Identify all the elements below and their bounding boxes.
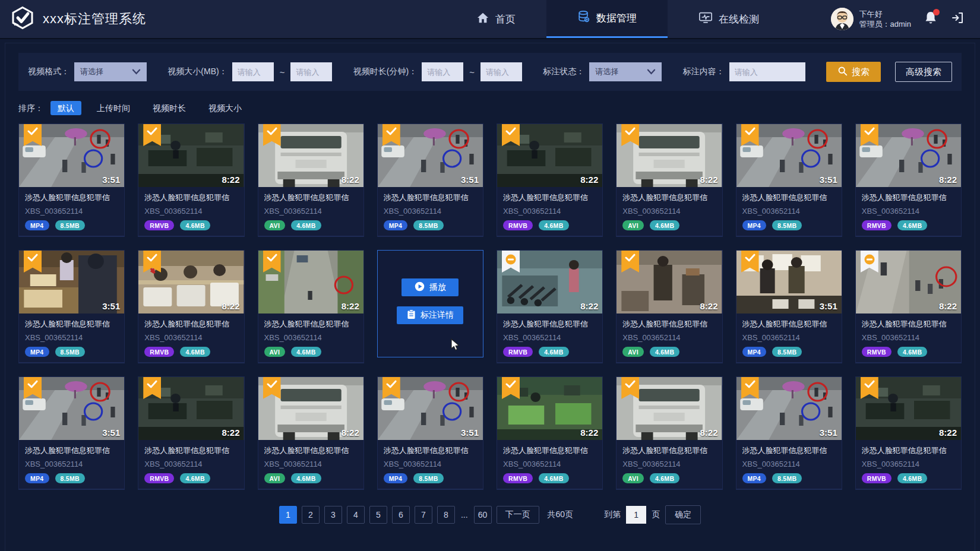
video-thumbnail[interactable]: 8:22 xyxy=(258,124,363,187)
size-badge: 4.6MB xyxy=(897,220,927,230)
video-card[interactable]: 3:51 涉恐人脸犯罪信息犯罪信 XBS_003652114 MP4 8.5MB xyxy=(18,376,125,490)
video-format-select[interactable]: 请选择 xyxy=(74,62,147,81)
chevron-down-icon xyxy=(647,68,656,77)
video-thumbnail[interactable]: 3:51 xyxy=(736,124,842,187)
page-button-3[interactable]: 3 xyxy=(324,506,342,524)
page-button-5[interactable]: 5 xyxy=(369,506,387,524)
sort-option-2[interactable]: 视频时长 xyxy=(146,101,193,115)
page-button-6[interactable]: 6 xyxy=(392,506,410,524)
video-card[interactable]: 8:22 涉恐人脸犯罪信息犯罪信 XBS_003652114 RMVB 4.6M… xyxy=(138,250,244,363)
video-card[interactable]: 3:51 涉恐人脸犯罪信息犯罪信 XBS_003652114 MP4 8.5MB xyxy=(377,376,483,490)
video-card[interactable]: 3:51 涉恐人脸犯罪信息犯罪信 XBS_003652114 MP4 8.5MB xyxy=(736,376,842,490)
next-page-button[interactable]: 下一页 xyxy=(497,506,539,524)
video-card[interactable]: 3:51 涉恐人脸犯罪信息犯罪信 XBS_003652114 MP4 8.5MB xyxy=(736,250,842,363)
sort-option-0[interactable]: 默认 xyxy=(50,101,81,115)
page-button-8[interactable]: 8 xyxy=(437,506,455,524)
format-badge: MP4 xyxy=(742,220,767,230)
video-thumbnail[interactable]: 3:51 xyxy=(378,377,483,440)
video-title: 涉恐人脸犯罪信息犯罪信 xyxy=(264,319,358,330)
video-thumbnail[interactable]: 3:51 xyxy=(19,124,124,187)
nav-item-data-management[interactable]: 数据管理 xyxy=(546,0,668,38)
video-thumbnail[interactable]: 8:22 xyxy=(258,251,363,314)
video-card[interactable]: 8:22 涉恐人脸犯罪信息犯罪信 XBS_003652114 AVI 4.6MB xyxy=(616,376,722,490)
card-badges: MP4 8.5MB xyxy=(384,220,477,230)
video-thumbnail[interactable]: 8:22 xyxy=(856,124,961,187)
card-badges: RMVB 4.6MB xyxy=(144,347,238,357)
filter-annotation-content: 标注内容： xyxy=(683,62,805,81)
video-thumbnail[interactable]: 8:22 xyxy=(617,124,722,187)
nav-item-label: 首页 xyxy=(495,12,516,26)
video-card[interactable]: 8:22 涉恐人脸犯罪信息犯罪信 XBS_003652114 AVI 4.6MB xyxy=(616,124,722,237)
confirm-button[interactable]: 确定 xyxy=(665,505,701,524)
video-id: XBS_003652114 xyxy=(622,207,716,216)
video-card-hovered[interactable]: 播放 标注详情 xyxy=(377,250,483,357)
video-id: XBS_003652114 xyxy=(503,207,596,216)
nav-item-online-detection[interactable]: 在线检测 xyxy=(668,0,790,38)
video-thumbnail[interactable]: 3:51 xyxy=(19,377,124,440)
video-id: XBS_003652114 xyxy=(503,460,596,468)
user-info[interactable]: 下午好 管理员：admin xyxy=(831,8,911,30)
video-card[interactable]: 8:22 涉恐人脸犯罪信息犯罪信 XBS_003652114 RMVB 4.6M… xyxy=(138,376,244,490)
video-thumbnail[interactable]: 8:22 xyxy=(497,124,602,187)
page-button-7[interactable]: 7 xyxy=(415,506,432,524)
page-button-2[interactable]: 2 xyxy=(302,506,320,524)
annotation-detail-label: 标注详情 xyxy=(421,310,454,321)
annotation-status-select[interactable]: 请选择 xyxy=(589,62,662,81)
video-card[interactable]: 3:51 涉恐人脸犯罪信息犯罪信 XBS_003652114 MP4 8.5MB xyxy=(377,124,483,237)
video-card[interactable]: 8:22 涉恐人脸犯罪信息犯罪信 XBS_003652114 AVI 4.6MB xyxy=(258,376,364,490)
video-size-min-input[interactable] xyxy=(232,62,274,81)
video-card[interactable]: 8:22 涉恐人脸犯罪信息犯罪信 XBS_003652114 RMVB 4.6M… xyxy=(497,250,603,363)
sort-option-1[interactable]: 上传时间 xyxy=(90,101,137,115)
video-card[interactable]: 3:51 涉恐人脸犯罪信息犯罪信 XBS_003652114 MP4 8.5MB xyxy=(736,124,842,237)
video-thumbnail[interactable]: 8:22 xyxy=(138,124,244,187)
video-title: 涉恐人脸犯罪信息犯罪信 xyxy=(264,192,358,203)
video-thumbnail[interactable]: 8:22 xyxy=(497,377,602,440)
video-card[interactable]: 3:51 涉恐人脸犯罪信息犯罪信 XBS_003652114 MP4 8.5MB xyxy=(18,250,125,363)
video-thumbnail[interactable]: 8:22 xyxy=(617,251,722,314)
video-thumbnail[interactable]: 3:51 xyxy=(378,124,483,187)
video-card[interactable]: 8:22 涉恐人脸犯罪信息犯罪信 XBS_003652114 RMVB 4.6M… xyxy=(855,376,962,490)
video-card[interactable]: 8:22 涉恐人脸犯罪信息犯罪信 XBS_003652114 RMVB 4.6M… xyxy=(497,376,603,490)
video-thumbnail[interactable]: 8:22 xyxy=(856,251,961,314)
sort-option-3[interactable]: 视频大小 xyxy=(201,101,249,115)
annotation-content-input[interactable] xyxy=(729,62,805,81)
page-button-1[interactable]: 1 xyxy=(279,506,297,524)
video-card[interactable]: 8:22 涉恐人脸犯罪信息犯罪信 XBS_003652114 RMVB 4.6M… xyxy=(855,250,962,363)
filter-video-size: 视频大小(MB)： ~ xyxy=(167,62,332,81)
video-card[interactable]: 8:22 涉恐人脸犯罪信息犯罪信 XBS_003652114 RMVB 4.6M… xyxy=(855,124,962,237)
video-card[interactable]: 8:22 涉恐人脸犯罪信息犯罪信 XBS_003652114 AVI 4.6MB xyxy=(616,250,722,363)
goto-page-input[interactable] xyxy=(626,506,646,524)
video-thumbnail[interactable]: 3:51 xyxy=(736,377,842,440)
video-thumbnail[interactable]: 3:51 xyxy=(736,251,842,314)
video-thumbnail[interactable]: 8:22 xyxy=(258,377,363,440)
sort-options: 默认上传时间视频时长视频大小 xyxy=(50,103,257,114)
goto-page-group: 到第页确定 xyxy=(604,505,701,524)
page-button-4[interactable]: 4 xyxy=(347,506,365,524)
video-size-max-input[interactable] xyxy=(290,62,332,81)
annotation-detail-button[interactable]: 标注详情 xyxy=(397,306,463,324)
notification-bell-icon[interactable] xyxy=(924,11,937,27)
format-badge: AVI xyxy=(264,220,286,230)
video-duration-max-input[interactable] xyxy=(480,62,522,81)
video-card[interactable]: 8:22 涉恐人脸犯罪信息犯罪信 XBS_003652114 RMVB 4.6M… xyxy=(138,124,244,237)
video-thumbnail[interactable]: 8:22 xyxy=(617,377,722,440)
search-button[interactable]: 搜索 xyxy=(826,62,881,82)
video-card[interactable]: 8:22 涉恐人脸犯罪信息犯罪信 XBS_003652114 RMVB 4.6M… xyxy=(497,124,603,237)
page-button-60[interactable]: 60 xyxy=(474,506,492,524)
video-thumbnail[interactable]: 3:51 xyxy=(19,251,124,314)
video-thumbnail[interactable]: 8:22 xyxy=(497,251,602,314)
video-card[interactable]: 3:51 涉恐人脸犯罪信息犯罪信 XBS_003652114 MP4 8.5MB xyxy=(18,124,125,237)
play-button[interactable]: 播放 xyxy=(402,278,459,296)
video-duration-min-input[interactable] xyxy=(422,62,463,81)
video-card[interactable]: 8:22 涉恐人脸犯罪信息犯罪信 XBS_003652114 AVI 4.6MB xyxy=(258,250,364,363)
video-duration: 8:22 xyxy=(222,301,239,311)
video-thumbnail[interactable]: 8:22 xyxy=(856,377,961,440)
video-title: 涉恐人脸犯罪信息犯罪信 xyxy=(384,192,477,203)
video-thumbnail[interactable]: 8:22 xyxy=(138,377,244,440)
advanced-search-button[interactable]: 高级搜索 xyxy=(895,62,952,82)
avatar[interactable] xyxy=(831,8,853,30)
video-thumbnail[interactable]: 8:22 xyxy=(138,251,244,314)
video-card[interactable]: 8:22 涉恐人脸犯罪信息犯罪信 XBS_003652114 AVI 4.6MB xyxy=(258,124,364,237)
logout-icon[interactable] xyxy=(950,11,965,27)
nav-item-home[interactable]: 首页 xyxy=(445,0,546,38)
